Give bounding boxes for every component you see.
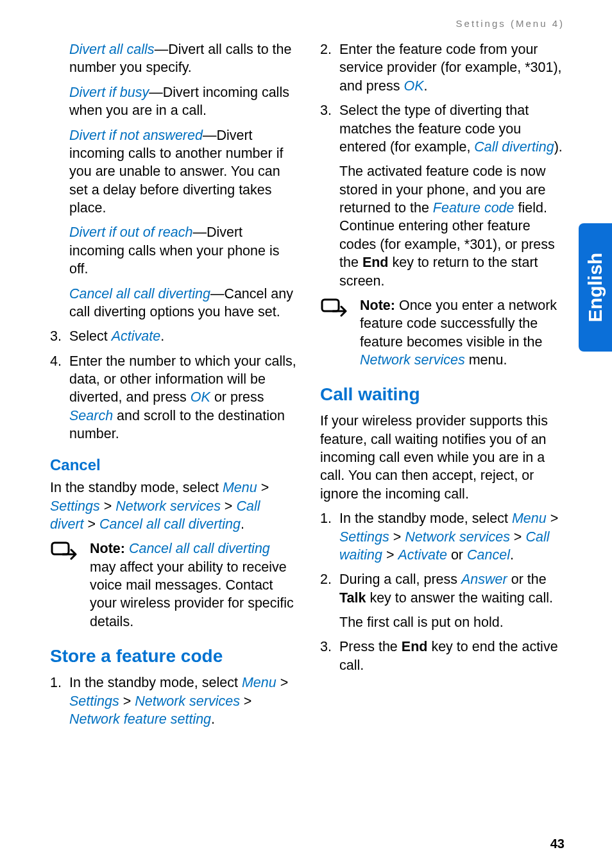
svg-rect-0 [52,543,69,554]
step-body: Enter the feature code from your service… [339,40,567,95]
step-body: Enter the number to which your calls, da… [69,352,297,443]
divert-if-out-of-reach: Divert if out of reach—Divert incoming c… [50,223,297,278]
step-body: In the standby mode, select Menu > Setti… [339,509,567,564]
store-step-2: 2. Enter the feature code from your serv… [320,40,567,95]
step-4-enter-number: 4. Enter the number to which your calls,… [50,352,297,443]
cw-step-1: 1. In the standby mode, select Menu > Se… [320,509,567,564]
divert-all-calls: Divert all calls—Divert all calls to the… [50,40,297,77]
cw-step-3: 3. Press the End key to end the active c… [320,638,567,674]
step-body: Press the End key to end the active call… [339,638,567,674]
right-column: 2. Enter the feature code from your serv… [320,40,567,735]
term: Cancel all call diverting [69,286,210,302]
step-number: 1. [50,674,69,728]
step-number: 3. [320,101,339,290]
cancel-all-diverting: Cancel all call diverting—Cancel any cal… [50,285,297,321]
term: Divert if busy [69,85,149,100]
term: Divert if out of reach [69,225,192,240]
talk-key: Talk [339,590,366,606]
step-number: 3. [50,327,69,345]
end-key: End [402,639,428,654]
divert-if-not-answered: Divert if not answered—Divert incoming c… [50,126,297,217]
step-body: In the standby mode, select Menu > Setti… [69,674,297,728]
activate-term: Activate [112,328,160,344]
cancel-note: Note: Cancel all call diverting may affe… [50,540,297,631]
running-header: Settings (Menu 4) [50,18,567,29]
divert-if-busy: Divert if busy—Divert incoming calls whe… [50,83,297,120]
search-term: Search [69,408,113,423]
call-diverting-term: Call diverting [474,139,554,155]
step-number: 4. [50,352,69,443]
step-body: Select Activate. [69,327,297,345]
note-icon [320,296,360,370]
left-column: Divert all calls—Divert all calls to the… [50,40,297,735]
answer-term: Answer [461,572,507,587]
end-key: End [362,255,389,270]
step-number: 3. [320,638,339,674]
note-label: Note: [360,298,395,313]
step-body: Select the type of diverting that matche… [339,101,567,290]
network-services-term: Network services [360,352,465,368]
language-tab: English [579,223,612,352]
cancel-paragraph: In the standby mode, select Menu > Setti… [50,479,297,533]
cw-step-2-sub: The first call is put on hold. [339,615,504,630]
note-term: Cancel all call diverting [125,541,270,556]
feature-code-note: Note: Once you enter a network feature c… [320,296,567,370]
term: Divert all calls [69,42,155,57]
language-label: English [584,253,606,322]
cw-step-2: 2. During a call, press Answer or the Ta… [320,570,567,631]
call-waiting-paragraph: If your wireless provider supports this … [320,412,567,503]
note-body: Note: Once you enter a network feature c… [360,296,567,370]
step-body: During a call, press Answer or the Talk … [339,570,567,631]
note-label: Note: [90,541,125,556]
store-feature-code-heading: Store a feature code [50,645,297,668]
note-icon [50,540,90,631]
svg-rect-1 [322,300,339,311]
term: Divert if not answered [69,128,203,143]
cancel-heading: Cancel [50,455,297,475]
call-waiting-heading: Call waiting [320,383,567,407]
store-step-3: 3. Select the type of diverting that mat… [320,101,567,290]
step-number: 2. [320,40,339,95]
content-columns: Divert all calls—Divert all calls to the… [50,40,567,735]
step-number: 2. [320,570,339,631]
step-3-activate: 3. Select Activate. [50,327,297,345]
page-number: 43 [550,837,565,851]
step-number: 1. [320,509,339,564]
ok-term: OK [191,389,210,405]
store-step-1: 1. In the standby mode, select Menu > Se… [50,674,297,728]
note-body: Note: Cancel all call diverting may affe… [90,540,297,631]
ok-term: OK [404,78,423,94]
feature-code-term: Feature code [433,200,514,216]
